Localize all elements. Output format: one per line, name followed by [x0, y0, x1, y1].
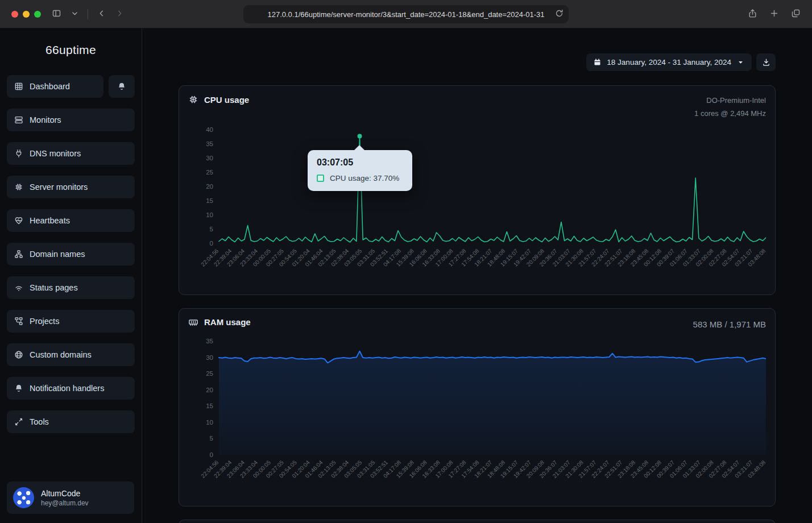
tab-group-chevron-button[interactable] — [66, 6, 83, 23]
sidebar-item-server-monitors[interactable]: Server monitors — [7, 176, 135, 198]
sidebar-item-projects[interactable]: Projects — [7, 310, 135, 333]
account-email: hey@altum.dev — [41, 499, 89, 507]
sidebar-row: DNS monitors — [7, 142, 135, 165]
svg-text:15: 15 — [206, 402, 213, 409]
svg-text:35: 35 — [206, 140, 213, 147]
svg-text:25: 25 — [206, 370, 213, 377]
sidebar-row: Notification handlers — [7, 377, 135, 400]
forward-button[interactable] — [111, 6, 128, 23]
sidebar-toggle-button[interactable] — [48, 6, 65, 23]
ram-card-title: RAM usage — [204, 317, 251, 327]
new-tab-button[interactable] — [765, 6, 782, 23]
forward-icon — [115, 9, 125, 20]
zoom-window-button[interactable] — [34, 11, 41, 18]
sidebar-row: Projects — [7, 310, 135, 333]
ram-icon — [188, 317, 198, 327]
cpu-meta-cores: 1 cores @ 2,494 MHz — [694, 107, 766, 121]
download-icon — [762, 58, 770, 67]
sidebar-row: Server monitors — [7, 176, 135, 198]
svg-text:30: 30 — [206, 354, 213, 360]
svg-text:15: 15 — [206, 197, 213, 204]
sidebar-item-dashboard[interactable]: Dashboard — [7, 75, 103, 98]
svg-text:30: 30 — [206, 155, 213, 161]
close-window-button[interactable] — [11, 11, 18, 18]
tabs-icon — [791, 9, 801, 20]
sidebar-item-label: Dashboard — [30, 82, 70, 91]
sidebar-item-label: DNS monitors — [30, 149, 81, 158]
window-controls — [11, 11, 41, 18]
server-icon — [14, 115, 23, 124]
share-button[interactable] — [744, 6, 761, 23]
date-range-text: 18 January, 2024 - 31 January, 2024 — [607, 58, 731, 67]
cpu-chart[interactable]: 403530252015105022:04:5622:39:0423:06:04… — [188, 126, 766, 289]
sidebar-item-tools[interactable]: Tools — [7, 410, 135, 433]
sidebar-row: Status pages — [7, 276, 135, 299]
address-bar[interactable]: 127.0.0.1/66uptime/server-monitor/3&star… — [243, 5, 569, 23]
sidebar-item-monitors[interactable]: Monitors — [7, 109, 135, 131]
sidebar-item-label: Projects — [30, 317, 59, 326]
svg-text:5: 5 — [210, 435, 213, 442]
cpu-usage-card: CPU usage DO-Premium-Intel 1 cores @ 2,4… — [179, 85, 776, 295]
svg-text:5: 5 — [210, 226, 213, 233]
svg-text:10: 10 — [206, 211, 213, 218]
svg-text:0: 0 — [210, 451, 213, 458]
project-icon — [14, 317, 23, 326]
bell-icon — [117, 82, 126, 91]
date-range-picker[interactable]: 18 January, 2024 - 31 January, 2024 — [586, 53, 752, 71]
cpu-meta-plan: DO-Premium-Intel — [694, 94, 766, 107]
notifications-button[interactable] — [109, 75, 135, 98]
next-card-partial — [179, 520, 776, 523]
sidebar-item-label: Monitors — [30, 115, 61, 124]
sidebar-row: Dashboard — [7, 75, 135, 98]
sidebar-row: Domain names — [7, 243, 135, 265]
globe-icon — [14, 350, 23, 359]
sitemap-icon — [14, 250, 23, 259]
calendar-icon — [593, 58, 602, 67]
ram-chart[interactable]: 3530252015105022:04:5622:39:0423:06:0423… — [188, 338, 766, 500]
sidebar-item-label: Custom domains — [30, 350, 92, 359]
chip-icon — [14, 182, 23, 192]
sidebar-item-label: Status pages — [30, 283, 78, 292]
brand-logo: 66uptime — [7, 43, 135, 57]
svg-text:25: 25 — [206, 169, 213, 176]
plug-icon — [14, 149, 23, 158]
sidebar-item-dns-monitors[interactable]: DNS monitors — [7, 142, 135, 165]
sidebar-item-label: Server monitors — [30, 182, 88, 192]
tab-overview-button[interactable] — [787, 6, 804, 23]
bell-icon — [14, 384, 23, 393]
svg-text:40: 40 — [206, 126, 213, 133]
tooltip-series-marker — [317, 175, 324, 182]
account-card[interactable]: AltumCode hey@altum.dev — [7, 482, 134, 514]
ram-usage-card: RAM usage 583 MB / 1,971 MB 353025201510… — [179, 308, 776, 507]
minimize-window-button[interactable] — [23, 11, 30, 18]
sidebar-row: Tools — [7, 410, 135, 433]
wifi-icon — [14, 283, 23, 292]
avatar — [13, 487, 34, 508]
sidebar-item-heartbeats[interactable]: Heartbeats — [7, 209, 135, 232]
heart-pulse-icon — [14, 216, 23, 225]
reload-icon[interactable] — [554, 9, 564, 20]
url-text: 127.0.0.1/66uptime/server-monitor/3&star… — [267, 10, 544, 19]
tooltip-time: 03:07:05 — [317, 157, 403, 168]
plus-icon — [769, 9, 779, 20]
share-icon — [748, 9, 757, 20]
download-button[interactable] — [756, 53, 776, 71]
sidebar-item-status-pages[interactable]: Status pages — [7, 276, 135, 299]
svg-text:20: 20 — [206, 183, 213, 190]
tools-icon — [14, 417, 23, 426]
svg-text:20: 20 — [206, 386, 213, 393]
sidebar-item-label: Tools — [30, 417, 49, 426]
back-icon — [97, 9, 106, 20]
sidebar-item-domain-names[interactable]: Domain names — [7, 243, 135, 265]
toolbar-divider — [88, 9, 88, 19]
account-name: AltumCode — [41, 489, 89, 498]
sidebar-item-notification-handlers[interactable]: Notification handlers — [7, 377, 135, 400]
chart-tooltip: 03:07:05 CPU usage: 37.70% — [308, 150, 412, 191]
grid-icon — [14, 82, 23, 91]
svg-text:10: 10 — [206, 419, 213, 426]
sidebar-item-label: Domain names — [30, 250, 85, 259]
sidebar-item-custom-domains[interactable]: Custom domains — [7, 343, 135, 366]
chevron-down-icon — [70, 9, 80, 20]
back-button[interactable] — [93, 6, 110, 23]
ram-meta: 583 MB / 1,971 MB — [693, 317, 766, 332]
